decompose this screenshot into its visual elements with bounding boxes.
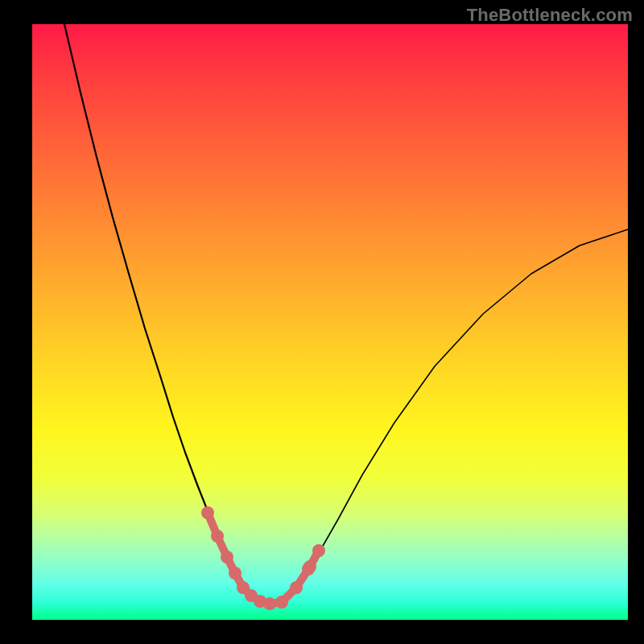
highlight-markers [201,506,325,610]
highlight-dot [303,560,316,573]
curve-left [64,24,274,604]
highlight-dot [263,597,276,610]
highlight-dot [201,506,214,519]
curve-right [274,229,628,604]
highlight-dot [211,530,224,543]
chart-frame: TheBottleneck.com [0,0,644,644]
plot-area [32,24,628,620]
watermark-text: TheBottleneck.com [467,5,633,26]
highlight-dot [290,581,303,594]
highlight-dot [312,544,325,557]
curve-svg [32,24,628,620]
highlight-dot [275,596,288,609]
highlight-dot [221,551,233,564]
highlight-dot [229,567,242,580]
